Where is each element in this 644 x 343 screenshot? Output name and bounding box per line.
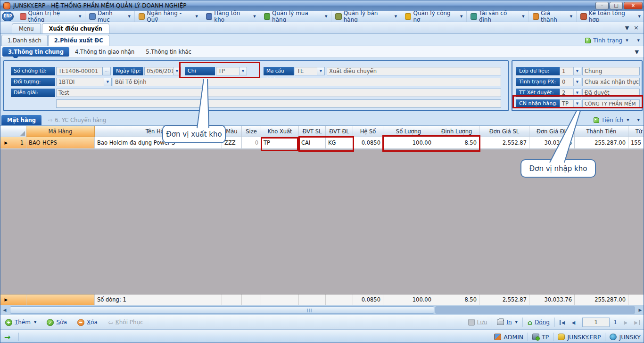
highlight-cn-nhan-hang xyxy=(512,95,643,108)
cell-tu[interactable]: 155 xyxy=(628,137,644,149)
nav-prev-button[interactable]: ◀ xyxy=(569,320,579,325)
chevron-down-icon: ▼ xyxy=(626,39,628,42)
chevron-down-icon: ▼ xyxy=(570,15,572,18)
tab-thong-tin-khac[interactable]: 5.Thông tin khác xyxy=(140,47,197,57)
highlight-dvt xyxy=(298,136,354,152)
accounting-icon xyxy=(580,13,586,20)
so-chung-tu-browse-button[interactable]: ... xyxy=(102,67,111,75)
menu-gia-thanh[interactable]: Giá thành▼ xyxy=(529,11,577,22)
tag-icon xyxy=(594,117,599,123)
restore-button[interactable]: □ xyxy=(610,2,623,9)
info-tab-bar: 3.Thông tin chung 4.Thông tin giao nhận … xyxy=(0,46,644,58)
menu-danh-muc[interactable]: Danh mục▼ xyxy=(85,11,134,22)
tab-phieu-xuat-dc[interactable]: 2.Phiếu xuất ĐC xyxy=(48,35,109,46)
col-thanh-tien[interactable]: Thành Tiền xyxy=(575,126,628,137)
chevron-down-icon[interactable]: ▼ xyxy=(317,67,324,75)
them-button[interactable]: + Thêm ▼ xyxy=(5,319,36,326)
chevron-down-icon[interactable]: ▼ xyxy=(637,39,640,42)
tab-xuat-dieu-chuyen[interactable]: Xuất điều chuyển xyxy=(42,23,109,33)
summary-he-so: 0.0850 xyxy=(353,294,383,305)
row-number: 1 xyxy=(12,137,26,149)
minimize-button[interactable]: – xyxy=(595,2,609,9)
dien-giai-field[interactable]: Test xyxy=(56,89,501,97)
callout-don-vi-nhap-kho: Đơn vị nhập kho xyxy=(520,159,596,178)
doi-tuong-name-field[interactable]: Bùi Tố Định xyxy=(113,78,501,86)
col-size[interactable]: Size xyxy=(242,126,261,137)
tab-danh-sach[interactable]: 1.Danh sách xyxy=(1,35,48,46)
col-don-gia-dl[interactable]: Đơn Giá ĐL xyxy=(529,126,575,137)
cell-ma-hang[interactable]: BAO-HCPS xyxy=(26,137,95,149)
close-button[interactable]: × xyxy=(624,2,643,9)
tab-menu[interactable]: Menu xyxy=(12,23,41,33)
go-arrow-icon[interactable]: → xyxy=(4,333,10,342)
nav-last-button[interactable]: ▶ xyxy=(631,320,640,325)
ma-cau-hinh-desc-field[interactable]: Xuất điều chuyển xyxy=(327,67,501,75)
sua-button[interactable]: ✓ Sửa xyxy=(47,319,67,326)
tinh-trang-dropdown[interactable]: Tình trạng ▼ ▼ xyxy=(585,37,644,46)
tinh-trang-px-desc-field[interactable]: Chưa xác nhận thực r xyxy=(582,78,640,86)
cell-thanh-tien[interactable]: 255,287.00 xyxy=(575,137,628,149)
cell-he-so[interactable]: 0.0850 xyxy=(353,137,383,149)
lop-du-lieu-dropdown[interactable]: 1▼ xyxy=(560,67,581,75)
page-number-input[interactable]: 1 xyxy=(582,318,610,327)
erp-logo-button[interactable]: ERP xyxy=(2,12,14,21)
tab-thong-tin-chung[interactable]: 3.Thông tin chung xyxy=(2,47,69,57)
cell-don-gia-sl[interactable]: 2,552.87 xyxy=(479,137,529,149)
chevron-down-icon: ▼ xyxy=(34,320,36,324)
menu-ngan-hang-quy[interactable]: Ngân hàng - Quỹ▼ xyxy=(135,11,202,22)
cell-don-gia-dl[interactable]: 30,033.76 xyxy=(529,137,575,149)
col-he-so[interactable]: Hệ Số xyxy=(353,126,383,137)
so-chung-tu-field[interactable]: TE1406-00001 xyxy=(56,67,102,75)
lop-du-lieu-desc-field[interactable]: Chung xyxy=(582,67,640,75)
doi-tuong-dropdown[interactable]: 1BTDI▼ xyxy=(56,78,112,86)
col-dvt-dl[interactable]: ĐVT ĐL xyxy=(326,126,353,137)
corner-triangle-icon xyxy=(20,131,25,136)
chevron-down-icon[interactable]: ▼ xyxy=(104,78,111,86)
khoi-phuc-button[interactable]: ⇦ Khôi Phục xyxy=(108,319,143,326)
chevron-down-icon[interactable]: ▼ xyxy=(635,49,644,55)
horizontal-scrollbar[interactable]: ◀ ▶ xyxy=(0,305,644,315)
nav-next-button[interactable]: ▶ xyxy=(621,320,631,325)
nav-first-button[interactable]: ◀ xyxy=(560,320,569,325)
col-don-gia-sl[interactable]: Đơn Giá SL xyxy=(479,126,529,137)
menu-quan-ly-ban-hang[interactable]: Quản lý bán hàng▼ xyxy=(331,11,401,22)
chevron-down-icon[interactable]: ▼ xyxy=(573,78,581,86)
xoa-button[interactable]: − Xóa xyxy=(77,319,98,326)
tab-close-icon[interactable]: × xyxy=(634,25,639,31)
tien-ich-dropdown[interactable]: Tiện ích ▼ ▼ xyxy=(594,117,644,125)
menu-tai-san-co-dinh[interactable]: Tài sản cố định▼ xyxy=(467,11,528,22)
col-ma-hang[interactable]: Mã Hàng xyxy=(26,126,95,137)
summary-don-gia-sl: 2,552.87 xyxy=(479,294,529,305)
dong-button[interactable]: ⌂ Đóng xyxy=(528,319,550,326)
menu-quan-tri-he-thong[interactable]: Quản trị hệ thống▼ xyxy=(16,11,85,22)
luu-button[interactable]: Lưu xyxy=(468,319,487,326)
tinh-trang-px-dropdown[interactable]: 0▼ xyxy=(560,78,581,86)
main-menu-bar: ERP Quản trị hệ thống▼ Danh mục▼ Ngân hà… xyxy=(0,11,644,22)
menu-hang-ton-kho[interactable]: Hàng tồn kho▼ xyxy=(202,11,260,22)
cell-size[interactable]: 0 xyxy=(242,137,261,149)
menu-ke-toan-tong-hop[interactable]: Kế toán tổng hợp▼ xyxy=(577,11,644,22)
scroll-right-icon[interactable]: ▶ xyxy=(636,306,644,314)
chevron-down-icon: ▼ xyxy=(395,15,397,18)
menu-quan-ly-cong-no[interactable]: Quản lý công nợ▼ xyxy=(401,11,467,22)
grid-corner-cell[interactable] xyxy=(0,126,26,137)
col-kho-xuat[interactable]: Kho Xuất xyxy=(261,126,299,137)
tab-list-dropdown-icon[interactable]: ▼ xyxy=(625,25,629,31)
col-tu[interactable]: Từ xyxy=(628,126,644,137)
add-icon: + xyxy=(5,319,12,326)
tab-mat-hang[interactable]: Mặt hàng xyxy=(1,115,41,125)
chevron-down-icon[interactable]: ▼ xyxy=(637,118,640,122)
col-dvt-sl[interactable]: ĐVT SL xyxy=(299,126,326,137)
dien-giai-extra-field[interactable] xyxy=(56,99,501,108)
arrow-right-icon: ⇨ xyxy=(48,117,52,123)
tab-yc-chuyen-hang[interactable]: ⇨ 6. YC Chuyển hàng xyxy=(42,115,112,125)
tab-thong-tin-giao-nhan[interactable]: 4.Thông tin giao nhận xyxy=(69,47,140,57)
in-button[interactable]: In ▼ xyxy=(497,319,518,326)
menu-quan-ly-mua-hang[interactable]: Quản lý mua hàng▼ xyxy=(260,11,332,22)
dien-giai-label: Diễn giải: xyxy=(11,89,55,97)
scrollbar-thumb[interactable] xyxy=(10,306,434,314)
ma-cau-hinh-dropdown[interactable]: TE▼ xyxy=(295,67,325,75)
ngay-lap-datepicker[interactable]: 05/06/2014▼ xyxy=(144,67,181,75)
chevron-down-icon[interactable]: ▼ xyxy=(573,67,581,75)
scroll-left-icon[interactable]: ◀ xyxy=(0,306,9,314)
